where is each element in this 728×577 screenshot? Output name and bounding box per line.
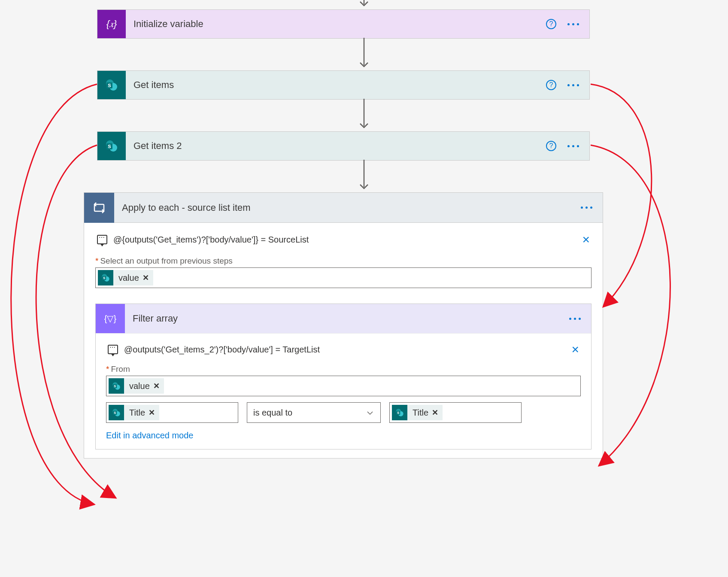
comment-icon	[97, 235, 107, 244]
sharepoint-icon: S	[97, 71, 126, 99]
svg-text:S: S	[108, 144, 111, 149]
remove-token-icon[interactable]: ✕	[149, 408, 155, 417]
token-value[interactable]: S value ✕	[98, 270, 153, 285]
sharepoint-icon: S	[109, 405, 124, 420]
sharepoint-icon: S	[392, 405, 407, 420]
svg-text:S: S	[397, 411, 399, 415]
more-menu-icon[interactable]	[569, 318, 581, 320]
help-icon[interactable]: ?	[546, 141, 556, 151]
sharepoint-icon: S	[97, 132, 126, 160]
svg-text:S: S	[114, 411, 116, 415]
comment-text: @{outputs('Get_items')?['body/value']} =…	[113, 235, 309, 245]
select-output-input[interactable]: S value ✕	[95, 267, 592, 288]
more-menu-icon[interactable]	[567, 23, 579, 25]
help-icon[interactable]: ?	[546, 80, 556, 90]
token-title[interactable]: S Title ✕	[109, 405, 159, 420]
action-get-items-2[interactable]: S Get items 2 ?	[97, 131, 590, 161]
token-title[interactable]: S Title ✕	[392, 405, 443, 420]
svg-text:S: S	[103, 276, 105, 280]
svg-text:S: S	[114, 384, 116, 388]
edit-advanced-mode-link[interactable]: Edit in advanced mode	[106, 431, 581, 440]
action-title: Filter array	[125, 313, 569, 324]
sharepoint-icon: S	[98, 270, 113, 285]
filter-icon: {▽}	[96, 304, 125, 333]
field-label: *Select an output from previous steps	[95, 256, 592, 266]
comment-icon	[108, 345, 118, 354]
remove-token-icon[interactable]: ✕	[153, 381, 160, 391]
action-title: Get items 2	[126, 140, 546, 152]
action-apply-to-each[interactable]: Apply to each - source list item @{outpu…	[84, 192, 603, 459]
help-icon[interactable]: ?	[546, 19, 556, 29]
variable-icon: {𝑥}	[97, 10, 126, 38]
remove-token-icon[interactable]: ✕	[143, 273, 149, 282]
more-menu-icon[interactable]	[567, 84, 579, 86]
svg-text:{▽}: {▽}	[104, 314, 117, 323]
svg-text:S: S	[108, 83, 111, 88]
field-label: *From	[106, 364, 581, 374]
action-get-items[interactable]: S Get items ?	[97, 70, 590, 100]
action-filter-array[interactable]: {▽} Filter array @outputs('Get_items_2')…	[95, 304, 592, 449]
action-title: Apply to each - source list item	[114, 202, 581, 213]
action-title: Get items	[126, 79, 546, 91]
more-menu-icon[interactable]	[567, 145, 579, 147]
more-menu-icon[interactable]	[581, 207, 592, 209]
from-input[interactable]: S value ✕	[106, 376, 581, 396]
filter-operator-select[interactable]: is equal to	[247, 402, 381, 423]
action-title: Initialize variable	[126, 18, 546, 30]
svg-text:{𝑥}: {𝑥}	[106, 18, 117, 29]
filter-left-input[interactable]: S Title ✕	[106, 402, 238, 423]
chevron-down-icon	[366, 409, 374, 417]
filter-right-input[interactable]: S Title ✕	[389, 402, 522, 423]
loop-icon	[84, 193, 114, 223]
close-icon[interactable]: ×	[582, 232, 590, 247]
action-initialize-variable[interactable]: {𝑥} Initialize variable ?	[97, 9, 590, 39]
close-icon[interactable]: ×	[571, 342, 579, 357]
sharepoint-icon: S	[109, 378, 124, 394]
comment-text: @outputs('Get_items_2')?['body/value'] =…	[124, 345, 320, 355]
token-value[interactable]: S value ✕	[109, 378, 164, 394]
remove-token-icon[interactable]: ✕	[432, 408, 438, 417]
